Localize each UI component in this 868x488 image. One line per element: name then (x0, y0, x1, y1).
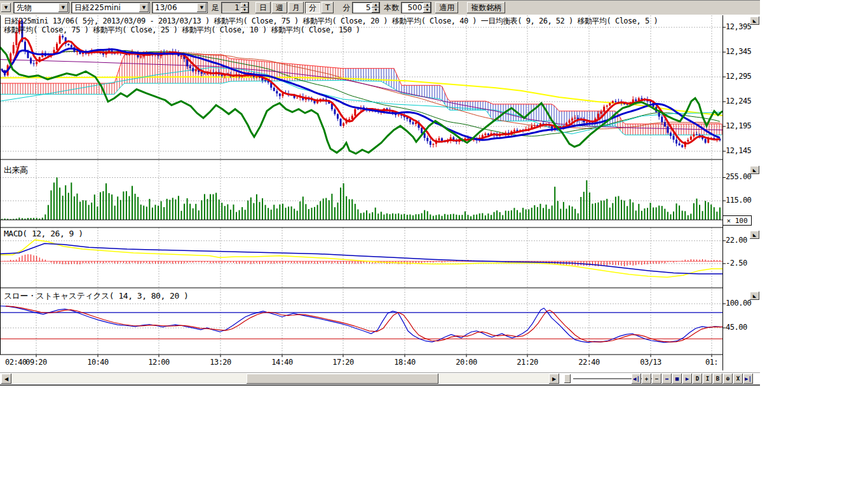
chart-control-buttons: ◀|+−↔■▶DIB⊕X▶| (632, 374, 754, 384)
bar-interval-value: 1 (222, 3, 241, 13)
time-axis-tick-label: 01: (705, 358, 718, 367)
time-axis-tick-label: 21:20 (517, 358, 538, 367)
dropdown-icon: ▼ (4, 5, 8, 10)
dropdown-icon[interactable]: ▼ (58, 3, 68, 12)
scroll-left-icon: ◀ (4, 376, 8, 382)
spin-up-icon[interactable]: ▲ (423, 3, 431, 8)
horizontal-scrollbar-thumb[interactable] (247, 374, 438, 384)
stoch-axis-tick-label: 100.00 (726, 299, 751, 308)
spin-down-icon[interactable]: ▼ (241, 8, 248, 13)
time-axis-tick-label: 14:40 (271, 358, 293, 367)
market-combo[interactable]: 先物 ▼ (13, 2, 69, 13)
stochastics-panel-label: スロー・ストキャスティクス( 14, 3, 80, 20 ) (4, 290, 188, 302)
time-axis-tick-label: 18:40 (394, 358, 416, 367)
dropdown-icon[interactable]: ▼ (197, 3, 207, 12)
collapse-icon: ◣ (753, 233, 756, 238)
minute-stepper[interactable]: 5 ▲▼ (352, 2, 380, 13)
symbol-combo[interactable]: 日経225mini ▼ (71, 2, 150, 13)
price-axis-tick-label: 12,145 (726, 146, 751, 155)
time-axis-tick-label: 12:00 (148, 358, 170, 367)
multi-symbol-button[interactable]: 複数銘柄 (467, 2, 505, 13)
play-button[interactable]: ▶ (682, 374, 692, 384)
time-axis-tick-label: 03/13 (640, 358, 661, 367)
time-axis-tick-label: 20:00 (456, 358, 477, 367)
period-week-button[interactable]: 週 (272, 2, 287, 13)
symbol-combo-value: 日経225mini (72, 3, 139, 13)
minute-value: 5 (353, 3, 372, 13)
contract-combo-value: 13/06 (153, 3, 197, 12)
chart-window: ▼ 先物 ▼ 日経225mini ▼ 13/06 ▼ 足 1 ▲▼ 日 週 月 … (0, 0, 760, 386)
spin-up-icon[interactable]: ▲ (372, 3, 379, 8)
bar-interval-stepper[interactable]: 1 ▲▼ (221, 2, 249, 13)
price-axis-tick-label: 12,295 (726, 72, 751, 81)
collapse-icon: ◣ (753, 294, 756, 299)
volume-multiplier-badge: × 100 (722, 215, 752, 226)
period-tick-button[interactable]: T (322, 2, 334, 13)
bar-button[interactable]: B (713, 374, 722, 384)
price-axis-tick-label: 12,245 (726, 97, 751, 105)
zoom-in-button[interactable]: + (642, 374, 651, 384)
zoom-out-button[interactable]: − (652, 374, 661, 384)
time-axis-tick-label: 13:20 (210, 358, 231, 367)
stoch-axis-tick-label: 45.00 (726, 323, 747, 332)
jump-end-button[interactable]: ▶| (743, 374, 753, 384)
desktop: ▼ 先物 ▼ 日経225mini ▼ 13/06 ▼ 足 1 ▲▼ 日 週 月 … (0, 0, 868, 488)
panel-collapse-button[interactable]: ◣ (750, 231, 759, 239)
chart-canvas (0, 0, 760, 372)
info-button[interactable]: I (703, 374, 712, 384)
bar-count-stepper[interactable]: 500 ▲▼ (401, 2, 431, 13)
macd-axis-tick-label: -2.50 (726, 259, 747, 268)
collapse-icon: ◣ (753, 168, 756, 173)
time-axis-tick-label: 02:40 (5, 358, 27, 367)
time-axis-tick-label: 10:40 (87, 358, 109, 367)
spin-up-icon[interactable]: ▲ (241, 3, 248, 8)
contract-combo[interactable]: 13/06 ▼ (152, 2, 208, 13)
apply-button[interactable]: 適用 (435, 2, 458, 13)
time-axis-tick-label: 22:40 (578, 358, 600, 367)
price-axis-tick-label: 12,395 (726, 22, 751, 31)
market-combo-value: 先物 (14, 3, 58, 13)
price-axis-tick-label: 12,345 (726, 47, 751, 56)
period-minute-button[interactable]: 分 (305, 2, 320, 13)
bar-count-value: 500 (402, 3, 423, 13)
bottom-control-bar: ◀ ▶ ◀|+−↔■▶DIB⊕X▶| (0, 372, 760, 385)
dropdown-icon[interactable]: ▼ (139, 3, 149, 12)
price-axis-tick-label: 12,195 (726, 121, 751, 130)
scroll-right-icon: ▶ (552, 376, 556, 382)
panel-collapse-button[interactable]: ◣ (750, 292, 759, 300)
stop-button[interactable]: ■ (672, 374, 682, 384)
bar-type-label: 足 (212, 3, 219, 13)
bar-count-label: 本数 (384, 3, 399, 13)
jump-start-button[interactable]: ◀| (632, 374, 641, 384)
panel-collapse-button[interactable]: ◣ (750, 17, 759, 25)
minute-label: 分 (342, 3, 350, 13)
preset-combo-button[interactable]: ▼ (1, 3, 11, 12)
macd-panel-label: MACD( 12, 26, 9 ) (4, 229, 83, 238)
macd-axis-tick-label: 22.00 (726, 236, 747, 245)
collapse-icon: ◣ (753, 18, 756, 24)
close-button[interactable]: X (733, 374, 743, 384)
period-day-button[interactable]: 日 (255, 2, 271, 13)
panel-collapse-button[interactable]: ◣ (750, 166, 759, 174)
spin-down-icon[interactable]: ▼ (423, 8, 431, 13)
scroll-right-button[interactable]: ▶ (549, 374, 559, 384)
volume-panel-label: 出来高 (4, 165, 28, 176)
chart-title-line2: 移動平均( Close, 75 ) 移動平均( Close, 25 ) 移動平均… (4, 25, 360, 36)
zoom-slider-thumb[interactable] (564, 374, 571, 383)
toolbar: ▼ 先物 ▼ 日経225mini ▼ 13/06 ▼ 足 1 ▲▼ 日 週 月 … (0, 0, 760, 15)
data-button[interactable]: D (693, 374, 702, 384)
time-axis-tick-label: 09:20 (25, 358, 47, 367)
volume-axis-tick-label: 255.00 (726, 172, 751, 181)
spin-down-icon[interactable]: ▼ (372, 8, 379, 13)
volume-axis-tick-label: 115.00 (726, 196, 751, 205)
scroll-left-button[interactable]: ◀ (1, 374, 11, 384)
period-month-button[interactable]: 月 (288, 2, 304, 13)
time-axis-tick-label: 17:20 (332, 358, 354, 367)
fit-width-button[interactable]: ↔ (662, 374, 672, 384)
magnify-button[interactable]: ⊕ (723, 374, 733, 384)
